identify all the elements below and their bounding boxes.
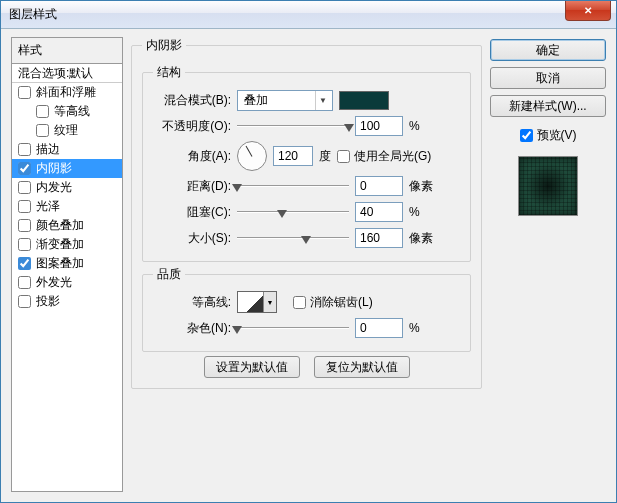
choke-input[interactable] bbox=[355, 202, 403, 222]
style-checkbox[interactable] bbox=[18, 295, 31, 308]
row-choke: 阻塞(C): % bbox=[153, 199, 460, 225]
window-title: 图层样式 bbox=[9, 6, 565, 23]
style-label: 描边 bbox=[36, 141, 60, 158]
style-item-blend-default[interactable]: 混合选项:默认 bbox=[12, 64, 122, 83]
opacity-input[interactable] bbox=[355, 116, 403, 136]
blend-mode-dropdown[interactable]: 叠加 ▼ bbox=[237, 90, 333, 111]
style-label: 内发光 bbox=[36, 179, 72, 196]
preview-checkbox[interactable]: 预览(V) bbox=[490, 127, 606, 144]
style-checkbox[interactable] bbox=[18, 276, 31, 289]
style-checkbox[interactable] bbox=[18, 200, 31, 213]
structure-title: 结构 bbox=[153, 64, 185, 81]
style-checkbox[interactable] bbox=[36, 124, 49, 137]
opacity-label: 不透明度(O): bbox=[153, 118, 231, 135]
style-label: 光泽 bbox=[36, 198, 60, 215]
antialias-checkbox[interactable]: 消除锯齿(L) bbox=[293, 294, 373, 311]
contour-label: 等高线: bbox=[153, 294, 231, 311]
distance-input[interactable] bbox=[355, 176, 403, 196]
row-blend-mode: 混合模式(B): 叠加 ▼ bbox=[153, 87, 460, 113]
size-label: 大小(S): bbox=[153, 230, 231, 247]
global-light-label: 使用全局光(G) bbox=[354, 148, 431, 165]
quality-group: 品质 等高线: ▼ 消除锯齿(L) 杂色(N): bbox=[142, 266, 471, 352]
shadow-color-swatch[interactable] bbox=[339, 91, 389, 110]
style-item-inner-glow[interactable]: 内发光 bbox=[12, 178, 122, 197]
global-light-checkbox[interactable]: 使用全局光(G) bbox=[337, 148, 431, 165]
blend-mode-label: 混合模式(B): bbox=[153, 92, 231, 109]
style-item-satin[interactable]: 光泽 bbox=[12, 197, 122, 216]
global-light-input[interactable] bbox=[337, 150, 350, 163]
antialias-label: 消除锯齿(L) bbox=[310, 294, 373, 311]
style-item-bevel[interactable]: 斜面和浮雕 bbox=[12, 83, 122, 102]
noise-slider[interactable] bbox=[237, 319, 349, 337]
style-item-pattern-overlay[interactable]: 图案叠加 bbox=[12, 254, 122, 273]
dialog-content: 样式 混合选项:默认 斜面和浮雕 等高线 纹理 bbox=[1, 29, 616, 502]
style-checkbox[interactable] bbox=[18, 162, 31, 175]
row-distance: 距离(D): 像素 bbox=[153, 173, 460, 199]
angle-input[interactable] bbox=[273, 146, 313, 166]
style-checkbox[interactable] bbox=[18, 257, 31, 270]
styles-header: 样式 bbox=[11, 37, 123, 63]
row-noise: 杂色(N): % bbox=[153, 315, 460, 341]
title-controls: ✕ bbox=[565, 1, 616, 28]
chevron-down-icon[interactable]: ▼ bbox=[263, 292, 276, 312]
angle-dial[interactable] bbox=[237, 141, 267, 171]
distance-label: 距离(D): bbox=[153, 178, 231, 195]
style-item-texture[interactable]: 纹理 bbox=[12, 121, 122, 140]
styles-list: 混合选项:默认 斜面和浮雕 等高线 纹理 描边 bbox=[11, 63, 123, 492]
size-slider[interactable] bbox=[237, 229, 349, 247]
angle-label: 角度(A): bbox=[153, 148, 231, 165]
close-button[interactable]: ✕ bbox=[565, 1, 611, 21]
style-label: 颜色叠加 bbox=[36, 217, 84, 234]
style-label: 图案叠加 bbox=[36, 255, 84, 272]
make-default-button[interactable]: 设置为默认值 bbox=[204, 356, 300, 378]
row-contour: 等高线: ▼ 消除锯齿(L) bbox=[153, 289, 460, 315]
choke-unit: % bbox=[409, 205, 437, 219]
style-label: 混合选项:默认 bbox=[18, 65, 93, 82]
style-item-contour[interactable]: 等高线 bbox=[12, 102, 122, 121]
style-checkbox[interactable] bbox=[18, 238, 31, 251]
settings-panel: 内阴影 结构 混合模式(B): 叠加 ▼ 不透明度(O): bbox=[131, 37, 482, 492]
style-checkbox[interactable] bbox=[36, 105, 49, 118]
style-label: 渐变叠加 bbox=[36, 236, 84, 253]
ok-button[interactable]: 确定 bbox=[490, 39, 606, 61]
blend-mode-value: 叠加 bbox=[244, 92, 315, 109]
style-item-inner-shadow[interactable]: 内阴影 bbox=[12, 159, 122, 178]
structure-group: 结构 混合模式(B): 叠加 ▼ 不透明度(O): bbox=[142, 64, 471, 262]
default-buttons-row: 设置为默认值 复位为默认值 bbox=[142, 356, 471, 378]
noise-label: 杂色(N): bbox=[153, 320, 231, 337]
style-label: 斜面和浮雕 bbox=[36, 84, 96, 101]
style-item-stroke[interactable]: 描边 bbox=[12, 140, 122, 159]
style-checkbox[interactable] bbox=[18, 143, 31, 156]
cancel-button[interactable]: 取消 bbox=[490, 67, 606, 89]
style-item-outer-glow[interactable]: 外发光 bbox=[12, 273, 122, 292]
choke-slider[interactable] bbox=[237, 203, 349, 221]
contour-picker[interactable]: ▼ bbox=[237, 291, 277, 313]
style-label: 外发光 bbox=[36, 274, 72, 291]
size-input[interactable] bbox=[355, 228, 403, 248]
style-label: 等高线 bbox=[54, 103, 90, 120]
style-checkbox[interactable] bbox=[18, 219, 31, 232]
antialias-input[interactable] bbox=[293, 296, 306, 309]
group-title: 内阴影 bbox=[142, 37, 186, 54]
noise-input[interactable] bbox=[355, 318, 403, 338]
style-checkbox[interactable] bbox=[18, 86, 31, 99]
style-item-gradient-overlay[interactable]: 渐变叠加 bbox=[12, 235, 122, 254]
titlebar: 图层样式 ✕ bbox=[1, 1, 616, 29]
close-icon: ✕ bbox=[584, 5, 592, 16]
styles-panel: 样式 混合选项:默认 斜面和浮雕 等高线 纹理 bbox=[11, 37, 123, 492]
preview-label: 预览(V) bbox=[537, 127, 577, 144]
preview-input[interactable] bbox=[520, 129, 533, 142]
reset-default-button[interactable]: 复位为默认值 bbox=[314, 356, 410, 378]
row-angle: 角度(A): 度 使用全局光(G) bbox=[153, 139, 460, 173]
inner-shadow-group: 内阴影 结构 混合模式(B): 叠加 ▼ 不透明度(O): bbox=[131, 37, 482, 389]
new-style-button[interactable]: 新建样式(W)... bbox=[490, 95, 606, 117]
row-opacity: 不透明度(O): % bbox=[153, 113, 460, 139]
style-item-color-overlay[interactable]: 颜色叠加 bbox=[12, 216, 122, 235]
style-item-drop-shadow[interactable]: 投影 bbox=[12, 292, 122, 311]
style-label: 内阴影 bbox=[36, 160, 72, 177]
opacity-slider[interactable] bbox=[237, 117, 349, 135]
layer-style-dialog: 图层样式 ✕ 样式 混合选项:默认 斜面和浮雕 等高线 bbox=[0, 0, 617, 503]
distance-slider[interactable] bbox=[237, 177, 349, 195]
quality-title: 品质 bbox=[153, 266, 185, 283]
style-checkbox[interactable] bbox=[18, 181, 31, 194]
